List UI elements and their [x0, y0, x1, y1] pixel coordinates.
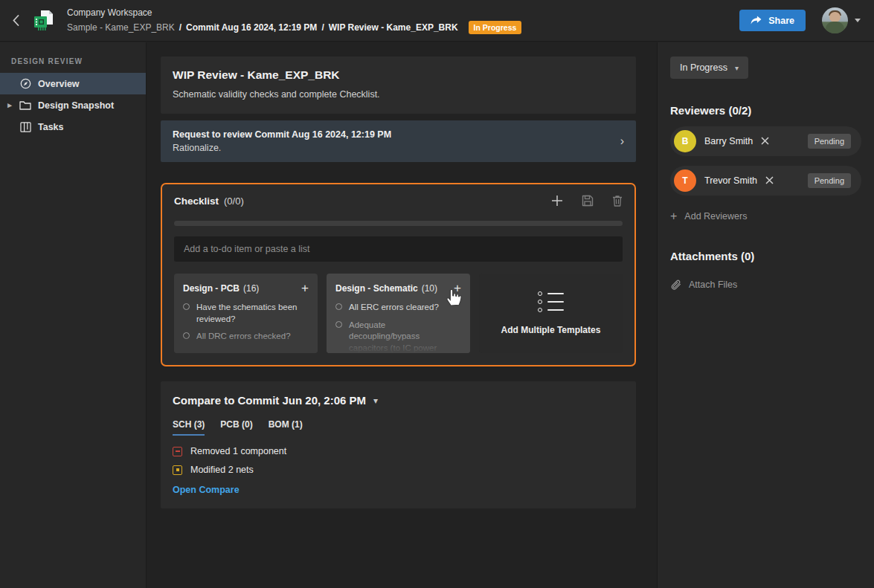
add-template-button[interactable]: + [454, 284, 461, 293]
request-description: Rationalize. [173, 143, 391, 153]
avatar: T [674, 169, 696, 192]
header-actions: Share [739, 7, 874, 33]
reviewer-status-badge: Pending [808, 173, 851, 188]
reviewer-name: Barry Smith [704, 136, 753, 146]
sidebar-item-tasks[interactable]: Tasks [0, 116, 146, 138]
tab-sch[interactable]: SCH (3) [173, 419, 205, 436]
avatar [822, 7, 848, 33]
template-item: All ERC errors cleared? [335, 302, 461, 314]
delete-checklist-button[interactable] [612, 195, 623, 207]
diff-list: Removed 1 component Modified 2 nets [173, 446, 624, 475]
remove-reviewer-button[interactable] [761, 136, 769, 147]
breadcrumb-separator: / [179, 22, 181, 33]
paperclip-icon [670, 279, 681, 291]
reviewer-name: Trevor Smith [704, 175, 757, 186]
status-badge: In Progress [469, 21, 522, 34]
modified-icon [173, 465, 182, 475]
project-logo-icon [31, 8, 57, 33]
compare-header[interactable]: Compare to Commit Jun 20, 2:06 PM ▾ [173, 394, 624, 407]
sidebar-item-overview[interactable]: Overview [0, 73, 146, 94]
compare-title: Compare to Commit Jun 20, 2:06 PM [173, 394, 366, 407]
back-button[interactable] [0, 0, 31, 42]
reviewer-row-barry: B Barry Smith Pending [670, 126, 861, 156]
template-count: (16) [243, 283, 259, 294]
tab-bom[interactable]: BOM (1) [269, 419, 303, 436]
template-name: Design - PCB [183, 283, 240, 294]
diff-row-modified: Modified 2 nets [173, 465, 624, 475]
sidebar-item-design-snapshot[interactable]: ▸ Design Snapshot [0, 94, 146, 116]
review-title-card: WIP Review - Kame_EXP_BRK Schematic vali… [161, 56, 636, 114]
chevron-down-icon: ▾ [735, 64, 739, 72]
template-item-label: Have the schematics been reviewed? [196, 302, 309, 325]
user-menu[interactable] [822, 7, 861, 33]
open-compare-link[interactable]: Open Compare [173, 485, 240, 495]
sidebar-item-label: Design Snapshot [38, 100, 114, 111]
add-reviewers-button[interactable]: + Add Reviewers [670, 210, 861, 223]
checklist-card: Checklist (0/0) Design - PCB (16) [161, 183, 636, 366]
plus-icon: + [670, 210, 677, 223]
template-item: Adequate decoupling/bypass capacitors (t… [335, 320, 447, 353]
status-dropdown[interactable]: In Progress ▾ [670, 56, 748, 79]
checkbox-icon [183, 332, 190, 339]
add-template-button[interactable]: + [301, 284, 309, 293]
chevron-right-icon[interactable]: › [620, 135, 624, 148]
page-title: WIP Review - Kame_EXP_BRK [173, 68, 624, 82]
diff-label: Modified 2 nets [190, 465, 254, 475]
breadcrumb-review[interactable]: WIP Review - Kame_EXP_BRK [329, 22, 458, 33]
checkbox-icon [183, 303, 190, 310]
add-reviewers-label: Add Reviewers [684, 211, 747, 222]
left-sidebar: DESIGN REVIEW Overview ▸ Design Snapshot… [0, 42, 147, 588]
reviewer-status-badge: Pending [808, 134, 851, 149]
add-checklist-item-button[interactable] [551, 195, 563, 207]
chevron-left-icon [13, 15, 19, 26]
trash-icon [612, 195, 623, 207]
attachments-heading: Attachments (0) [670, 250, 861, 262]
list-icon [538, 291, 564, 312]
diff-label: Removed 1 component [190, 446, 286, 456]
remove-reviewer-button[interactable] [765, 175, 774, 187]
close-icon [761, 137, 769, 145]
header-titles: Company Workspace Sample - Kame_EXP_BRK … [67, 7, 521, 34]
review-request-card[interactable]: Request to review Commit Aug 16 2024, 12… [161, 120, 636, 162]
todo-input[interactable] [174, 236, 623, 262]
template-cards-row: Design - PCB (16) + Have the schematics … [174, 274, 623, 353]
save-checklist-button[interactable] [582, 195, 594, 207]
template-item-label: All ERC errors cleared? [349, 302, 439, 314]
board-columns-icon [19, 121, 31, 133]
request-title: Request to review Commit Aug 16 2024, 12… [173, 129, 391, 140]
checklist-count: (0/0) [224, 196, 244, 207]
template-card-design-schematic[interactable]: Design - Schematic (10) + All ERC errors… [327, 274, 470, 353]
right-panel: In Progress ▾ Reviewers (0/2) B Barry Sm… [657, 42, 874, 588]
add-multiple-templates-label: Add Multiple Templates [501, 325, 601, 335]
share-icon [751, 16, 762, 25]
chevron-down-icon [855, 19, 861, 22]
checkbox-icon [335, 303, 342, 310]
page-subtitle: Schematic validity checks and complete C… [173, 89, 624, 100]
main-content: WIP Review - Kame_EXP_BRK Schematic vali… [147, 42, 657, 588]
checklist-progress-bar [174, 221, 623, 226]
template-item-label: All DRC errors checked? [196, 331, 291, 343]
plus-icon [551, 195, 563, 207]
add-multiple-templates-card[interactable]: Add Multiple Templates [479, 274, 623, 353]
template-card-design-pcb[interactable]: Design - PCB (16) + Have the schematics … [174, 274, 318, 353]
share-button[interactable]: Share [739, 10, 806, 31]
sidebar-section-label: DESIGN REVIEW [0, 42, 146, 73]
chevron-right-icon[interactable]: ▸ [0, 100, 19, 110]
attach-files-button[interactable]: Attach Files [670, 279, 861, 291]
status-dropdown-label: In Progress [680, 62, 727, 73]
close-icon [765, 176, 774, 184]
compare-tabs: SCH (3) PCB (0) BOM (1) [173, 419, 624, 436]
breadcrumb-project[interactable]: Sample - Kame_EXP_BRK [67, 22, 175, 33]
template-count: (10) [422, 283, 437, 294]
chevron-down-icon[interactable]: ▾ [373, 395, 378, 406]
workspace-name: Company Workspace [67, 7, 521, 18]
checklist-title: Checklist [174, 196, 219, 207]
breadcrumb-commit[interactable]: Commit Aug 16 2024, 12:19 PM [186, 22, 317, 33]
reviewers-heading: Reviewers (0/2) [670, 104, 861, 117]
breadcrumb: Sample - Kame_EXP_BRK / Commit Aug 16 20… [67, 21, 521, 34]
folder-icon [19, 100, 31, 112]
template-item: Have the schematics been reviewed? [183, 302, 309, 325]
removed-icon [173, 447, 182, 456]
tab-pcb[interactable]: PCB (0) [220, 419, 252, 436]
share-label: Share [768, 16, 794, 26]
